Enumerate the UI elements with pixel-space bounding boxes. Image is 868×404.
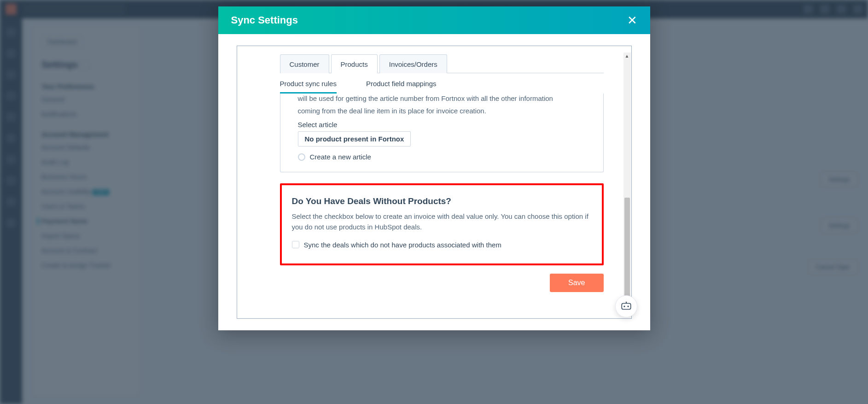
sync-deals-checkbox-row[interactable]: Sync the deals which do not have product… [292,241,592,249]
svg-rect-0 [622,304,631,310]
scroll-area: will be used for getting the article num… [280,94,604,301]
modal-body: Customer Products Invoices/Orders Produc… [218,34,650,330]
checkbox-icon [292,241,299,248]
close-icon[interactable]: ✕ [627,14,637,26]
subtab-field-mappings[interactable]: Product field mappings [366,80,437,94]
tab-invoices[interactable]: Invoices/Orders [379,54,447,73]
save-button[interactable]: Save [550,274,603,292]
scroll-up-icon[interactable]: ▲ [623,53,631,59]
svg-point-4 [625,302,626,302]
subtab-sync-rules[interactable]: Product sync rules [280,80,337,94]
create-article-radio[interactable]: Create a new article [298,153,590,161]
modal-title: Sync Settings [231,14,627,26]
deals-title: Do You Have Deals Without Products? [292,196,592,206]
scroll-thumb[interactable] [624,198,630,301]
select-article-dropdown[interactable]: No product present in Fortnox [298,131,411,146]
desc-line: will be used for getting the article num… [298,94,590,104]
modal-header: Sync Settings ✕ [218,6,650,34]
sync-settings-modal: Sync Settings ✕ Customer Products Invoic… [218,6,650,330]
deals-description: Select the checkbox below to create an i… [292,211,592,233]
select-article-label: Select article [298,121,590,129]
checkbox-label: Sync the deals which do not have product… [304,241,501,249]
tab-customer[interactable]: Customer [280,54,329,73]
radio-icon [298,153,305,161]
scrollbar[interactable]: ▲ ▼ [623,53,631,312]
radio-label: Create a new article [310,153,371,161]
tab-products[interactable]: Products [331,54,378,73]
svg-point-2 [627,305,629,307]
robot-icon [620,302,632,311]
desc-line: coming from the deal line item in its pl… [298,106,590,117]
chat-fab[interactable] [615,295,637,317]
article-section: will be used for getting the article num… [280,94,604,172]
main-tabs: Customer Products Invoices/Orders [280,54,631,73]
svg-point-1 [623,305,625,307]
sub-tabs: Product sync rules Product field mapping… [280,80,631,94]
save-row: Save [280,274,604,292]
content-frame: Customer Products Invoices/Orders Produc… [237,46,632,319]
deals-without-products-section: Do You Have Deals Without Products? Sele… [280,183,604,265]
